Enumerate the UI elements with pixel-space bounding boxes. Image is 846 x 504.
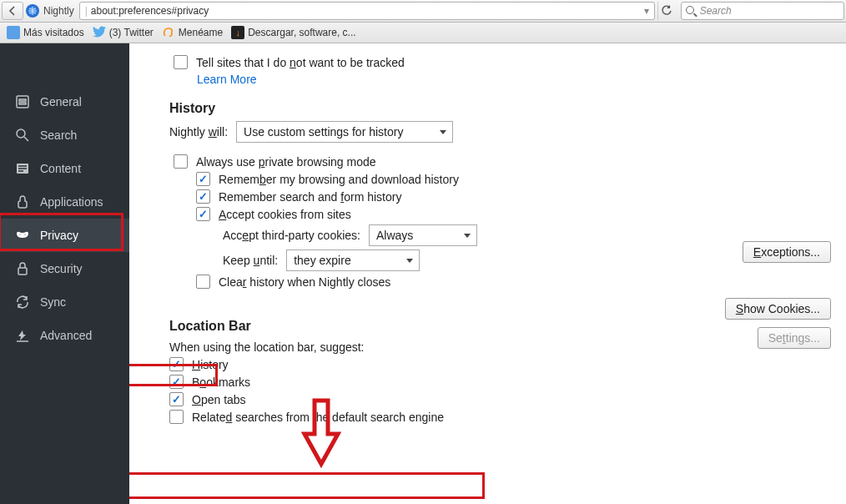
- always-private-checkbox[interactable]: [174, 154, 188, 169]
- bookmark-most-visited[interactable]: Más visitados: [7, 26, 84, 39]
- bookmark-icon: [7, 26, 20, 39]
- third-party-label: Accept third-party cookies:: [223, 229, 360, 242]
- identity-label: Nightly: [43, 5, 74, 17]
- reload-button[interactable]: [657, 2, 676, 20]
- annotation-arrow-icon: [301, 397, 341, 472]
- svg-line-5: [24, 137, 28, 141]
- sidebar-item-privacy[interactable]: Privacy: [0, 219, 129, 252]
- svg-rect-2: [19, 99, 26, 101]
- suggest-opentabs-label: Open tabs: [192, 393, 246, 406]
- meneame-icon: [162, 25, 175, 41]
- dropdown-icon[interactable]: ▾: [644, 5, 649, 17]
- general-icon: [15, 94, 30, 109]
- third-party-select[interactable]: Always: [369, 224, 477, 246]
- suggest-bookmarks-label: Bookmarks: [192, 375, 250, 389]
- svg-point-10: [19, 234, 22, 236]
- location-bar-heading: Location Bar: [169, 319, 251, 334]
- nightly-will-label: Nightly will:: [169, 125, 228, 139]
- sidebar-item-general[interactable]: General: [0, 85, 129, 118]
- location-bar-intro: When using the location bar, suggest:: [169, 340, 364, 354]
- suggest-related-checkbox[interactable]: [169, 410, 184, 424]
- annotation-related-row: [129, 472, 485, 499]
- history-mode-select[interactable]: Use custom settings for history: [236, 121, 453, 143]
- bookmarks-bar: Más visitados (3) Twitter Menéame ↓ Desc…: [0, 23, 846, 43]
- twitter-icon: [93, 25, 106, 41]
- clear-on-close-label: Clear history when Nightly closes: [219, 275, 390, 289]
- applications-icon: [15, 194, 30, 209]
- suggest-opentabs-checkbox[interactable]: [169, 392, 184, 406]
- dnt-checkbox[interactable]: [174, 55, 188, 69]
- svg-rect-12: [18, 268, 27, 275]
- search-nav-icon: [15, 128, 30, 143]
- bookmark-twitter[interactable]: (3) Twitter: [93, 25, 154, 41]
- url-text: about:preferences#privacy: [91, 5, 209, 17]
- svg-rect-3: [19, 103, 26, 104]
- always-private-label: Always use private browsing mode: [196, 155, 376, 169]
- back-button[interactable]: [2, 2, 23, 20]
- remember-search-checkbox[interactable]: [196, 189, 210, 204]
- content-icon: [15, 161, 30, 176]
- download-icon: ↓: [231, 26, 244, 39]
- identity-globe-icon: [26, 4, 39, 18]
- sidebar-item-applications[interactable]: Applications: [0, 185, 129, 219]
- preferences-sidebar: General Search Content Applications Priv…: [0, 43, 129, 504]
- advanced-icon: [15, 328, 30, 343]
- remember-browsing-label: Remember my browsing and download histor…: [219, 173, 459, 186]
- bookmark-descargar[interactable]: ↓ Descargar, software, c...: [231, 26, 355, 39]
- search-icon: [686, 6, 697, 17]
- exceptions-button[interactable]: Exceptions...: [743, 241, 831, 263]
- accept-cookies-label: Accept cookies from sites: [219, 208, 351, 221]
- suggest-history-checkbox[interactable]: [169, 357, 184, 371]
- show-cookies-button[interactable]: Show Cookies...: [725, 298, 831, 320]
- remember-browsing-checkbox[interactable]: [196, 172, 210, 186]
- sidebar-item-content[interactable]: Content: [0, 152, 129, 185]
- settings-button[interactable]: Settings...: [758, 327, 831, 349]
- privacy-mask-icon: [15, 228, 30, 243]
- search-placeholder: Search: [700, 5, 732, 17]
- sidebar-item-sync[interactable]: Sync: [0, 285, 129, 319]
- search-box[interactable]: Search: [681, 2, 844, 20]
- svg-rect-1: [17, 96, 28, 108]
- accept-cookies-checkbox[interactable]: [196, 207, 210, 221]
- sidebar-item-security[interactable]: Security: [0, 252, 129, 285]
- url-bar[interactable]: | about:preferences#privacy ▾: [79, 2, 655, 20]
- clear-on-close-checkbox[interactable]: [196, 275, 210, 289]
- keep-until-select[interactable]: they expire: [286, 249, 420, 271]
- svg-point-11: [24, 234, 27, 236]
- svg-point-4: [17, 129, 25, 138]
- nav-toolbar: Nightly | about:preferences#privacy ▾ Se…: [0, 0, 846, 23]
- preferences-content: Tell sites that I do not want to be trac…: [129, 43, 846, 504]
- dnt-label: Tell sites that I do not want to be trac…: [196, 56, 405, 69]
- history-heading: History: [169, 101, 831, 116]
- keep-until-label: Keep until:: [223, 254, 278, 267]
- sync-icon: [15, 295, 30, 310]
- sidebar-item-advanced[interactable]: Advanced: [0, 319, 129, 352]
- bookmark-meneame[interactable]: Menéame: [162, 25, 223, 41]
- remember-search-label: Remember search and form history: [219, 190, 401, 204]
- suggest-bookmarks-checkbox[interactable]: [169, 375, 184, 389]
- security-lock-icon: [15, 261, 30, 276]
- sidebar-item-search[interactable]: Search: [0, 118, 129, 152]
- learn-more-link[interactable]: Learn More: [197, 73, 257, 86]
- suggest-history-label: History: [192, 358, 229, 371]
